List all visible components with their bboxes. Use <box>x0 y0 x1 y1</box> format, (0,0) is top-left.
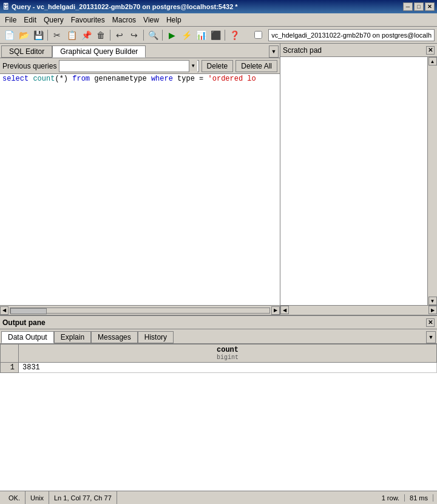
code-line-1: select count(*) from genenametype where … <box>0 74 280 84</box>
delete-all-button[interactable]: Delete All <box>235 60 277 72</box>
maximize-button[interactable]: □ <box>414 2 424 11</box>
menu-macros[interactable]: Macros <box>109 15 140 25</box>
toolbar-sep-2 <box>110 30 110 41</box>
minimize-button[interactable]: ─ <box>403 2 413 11</box>
paste-button[interactable]: 📌 <box>80 29 93 42</box>
app-icon: 🗄 <box>2 3 9 10</box>
output-content[interactable]: count bigint 1 3831 <box>0 344 437 491</box>
tab-dropdown[interactable]: ▼ <box>269 45 279 58</box>
menu-view[interactable]: View <box>140 15 163 25</box>
editor-h-scroll[interactable]: ◀ ▶ <box>0 305 280 315</box>
data-table: count bigint 1 3831 <box>0 344 437 373</box>
status-bar: OK. Unix Ln 1, Col 77, Ch 77 1 row. 81 m… <box>0 491 437 504</box>
menu-bar: File Edit Query Favourites Macros View H… <box>0 13 437 27</box>
title-bar: 🗄 Query - vc_hdelgadi_20131022-gmb2b70 o… <box>0 0 437 13</box>
toolbar-sep-4 <box>162 30 163 41</box>
clear-button[interactable]: 🗑 <box>94 29 107 42</box>
keyword-where: where <box>151 75 173 83</box>
scratch-pad-content[interactable] <box>280 57 427 305</box>
scratch-h-scroll[interactable]: ◀ ▶ <box>280 305 437 315</box>
col-count-header: count bigint <box>19 344 437 363</box>
tab-gqb[interactable]: Graphical Query Builder <box>52 45 146 58</box>
previous-queries-label: Previous queries <box>2 62 56 70</box>
status-right: 1 row. 81 ms <box>377 494 433 502</box>
scratch-pad-close[interactable]: ✕ <box>426 46 435 55</box>
previous-queries-dropdown[interactable]: ▼ <box>59 60 198 72</box>
scratch-v-scroll[interactable]: ▲ ▼ <box>427 57 437 305</box>
scroll-right-arrow[interactable]: ▶ <box>271 306 280 315</box>
cut-button[interactable]: ✂ <box>50 29 64 42</box>
connection-checkbox[interactable] <box>254 31 262 39</box>
connection-text: vc_hdelgadi_20131022-gmb2b70 on postgres… <box>271 32 432 39</box>
output-title: Output pane <box>2 318 46 327</box>
hscroll-left[interactable]: ◀ <box>280 306 289 314</box>
status-time: 81 ms <box>405 494 433 502</box>
vscroll-up[interactable]: ▲ <box>429 57 437 66</box>
menu-file[interactable]: File <box>1 15 20 25</box>
toolbar-sep-3 <box>143 30 144 41</box>
menu-edit[interactable]: Edit <box>20 15 40 25</box>
query-toolbar: Previous queries ▼ Delete Delete All <box>0 58 280 74</box>
hscroll-track[interactable] <box>289 306 429 315</box>
new-button[interactable]: 📄 <box>2 29 16 42</box>
find-button[interactable]: 🔍 <box>146 29 160 42</box>
tab-data-output[interactable]: Data Output <box>1 331 54 343</box>
tab-sql-editor[interactable]: SQL Editor <box>1 45 52 58</box>
row-num-header <box>1 344 19 363</box>
editor-scroll[interactable]: select count(*) from genenametype where … <box>0 74 280 305</box>
menu-help[interactable]: Help <box>163 15 185 25</box>
row-number-1: 1 <box>1 363 19 373</box>
status-ok: OK. <box>4 491 25 504</box>
tab-messages[interactable]: Messages <box>91 331 138 343</box>
output-tabs: Data Output Explain Messages History ▼ <box>0 329 437 344</box>
explain-button[interactable]: 📊 <box>194 29 208 42</box>
scratch-pad-inner: ▲ ▼ <box>280 57 437 305</box>
title-bar-title: 🗄 Query - vc_hdelgadi_20131022-gmb2b70 o… <box>2 3 238 10</box>
tab-history[interactable]: History <box>138 331 174 343</box>
scroll-thumb[interactable] <box>10 308 47 314</box>
main-layout: SQL Editor Graphical Query Builder ▼ Pre… <box>0 44 437 491</box>
undo-button[interactable]: ↩ <box>113 29 126 42</box>
toolbar-sep-5 <box>225 30 225 41</box>
dropdown-arrow[interactable]: ▼ <box>189 60 197 72</box>
execute-button[interactable]: ▶ <box>165 29 178 42</box>
window-title: Query - vc_hdelgadi_20131022-gmb2b70 on … <box>12 3 238 10</box>
redo-button[interactable]: ↪ <box>127 29 141 42</box>
status-encoding: Unix <box>25 491 49 504</box>
editor-area: SQL Editor Graphical Query Builder ▼ Pre… <box>0 44 280 315</box>
menu-query[interactable]: Query <box>40 15 67 25</box>
toolbar-right: vc_hdelgadi_20131022-gmb2b70 on postgres… <box>254 29 435 41</box>
editor-tab-bar: SQL Editor Graphical Query Builder ▼ <box>0 44 280 58</box>
col-name: count <box>217 346 239 354</box>
cell-count-1: 3831 <box>19 363 437 373</box>
menu-favourites[interactable]: Favourites <box>67 15 109 25</box>
col-type: bigint <box>217 354 239 361</box>
output-tab-dropdown[interactable]: ▼ <box>426 331 436 343</box>
table-row: 1 3831 <box>1 363 437 373</box>
help-btn[interactable]: ❓ <box>228 29 241 42</box>
tab-explain[interactable]: Explain <box>54 331 91 343</box>
title-bar-controls[interactable]: ─ □ ✕ <box>403 2 435 11</box>
close-button[interactable]: ✕ <box>425 2 435 11</box>
vscroll-down[interactable]: ▼ <box>429 297 437 305</box>
status-rows: 1 row. <box>377 494 405 502</box>
copy-button[interactable]: 📋 <box>65 29 78 42</box>
scroll-left-arrow[interactable]: ◀ <box>0 306 8 315</box>
stop-button[interactable]: ⬛ <box>209 29 222 42</box>
status-position: Ln 1, Col 77, Ch 77 <box>49 491 117 504</box>
scroll-track[interactable] <box>10 307 270 314</box>
delete-button[interactable]: Delete <box>202 60 234 72</box>
hscroll-right[interactable]: ▶ <box>429 306 437 314</box>
scratch-pad: Scratch pad ✕ ▲ ▼ ◀ ▶ <box>280 44 437 315</box>
scratch-pad-title: Scratch pad <box>283 46 322 55</box>
output-header: Output pane ✕ <box>0 316 437 329</box>
open-button[interactable]: 📂 <box>17 29 30 42</box>
upper-pane: SQL Editor Graphical Query Builder ▼ Pre… <box>0 44 437 315</box>
execute-query-button[interactable]: ⚡ <box>180 29 193 42</box>
scratch-pad-header: Scratch pad ✕ <box>280 44 437 57</box>
save-button[interactable]: 💾 <box>32 29 45 42</box>
output-close-button[interactable]: ✕ <box>426 318 435 327</box>
toolbar-sep-1 <box>47 30 48 41</box>
string-value: 'ordered lo <box>208 75 256 83</box>
output-pane: Output pane ✕ Data Output Explain Messag… <box>0 315 437 491</box>
